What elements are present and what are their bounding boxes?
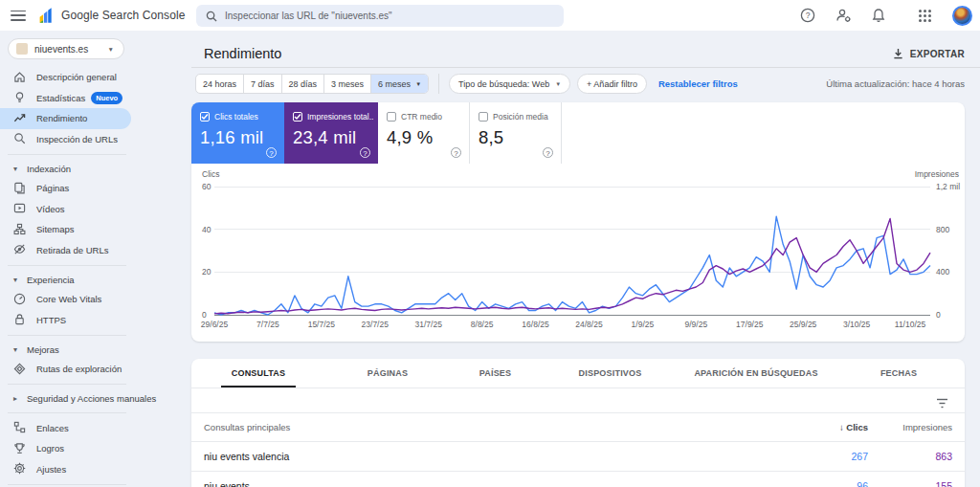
search-icon xyxy=(206,11,217,22)
query-cell[interactable]: niu events xyxy=(204,480,791,487)
help-icon[interactable]: ? xyxy=(800,8,815,23)
sidebar-item-rendimiento[interactable]: Rendimiento xyxy=(0,108,131,129)
main-content: Rendimiento EXPORTAR 24 horas7 días28 dí… xyxy=(191,31,980,487)
sidebar-item-retirada-de-urls[interactable]: Retirada de URLs xyxy=(0,240,131,261)
checkbox-checked-icon[interactable] xyxy=(200,112,210,122)
table-row[interactable]: niu events valencia267863 xyxy=(191,442,965,472)
tab-p-ginas[interactable]: PÁGINAS xyxy=(325,359,450,387)
col-queries[interactable]: Consultas principales xyxy=(204,422,791,432)
caret-down-icon: ▾ xyxy=(13,165,23,173)
range-chip-28-d-as[interactable]: 28 días xyxy=(282,75,325,93)
sidebar-item-ajustes[interactable]: Ajustes xyxy=(0,459,131,480)
sidebar-section-mejoras[interactable]: ▾Mejoras xyxy=(0,340,191,359)
col-impressions[interactable]: Impresiones xyxy=(868,422,952,432)
eye-off-icon xyxy=(13,243,27,256)
sidebar-item-logros[interactable]: Logros xyxy=(0,438,131,459)
links-icon xyxy=(13,421,27,434)
export-button[interactable]: EXPORTAR xyxy=(893,48,965,59)
range-chip-24-horas[interactable]: 24 horas xyxy=(196,75,244,93)
performance-panel: Clics totales1,16 mil?Impresiones total.… xyxy=(191,102,965,342)
bulb-icon xyxy=(13,91,27,104)
add-filter-button[interactable]: + Añadir filtro xyxy=(577,74,647,94)
svg-text:15/7/25: 15/7/25 xyxy=(308,320,336,329)
sidebar-item-v-deos[interactable]: Vídeos xyxy=(0,199,131,220)
sidebar-item-https[interactable]: HTTPS xyxy=(0,310,131,331)
home-icon xyxy=(13,71,27,84)
svg-text:9/9/25: 9/9/25 xyxy=(685,320,708,329)
caret-down-icon: ▾ xyxy=(13,276,23,284)
metric-card-posici-n-media[interactable]: Posición media8,5? xyxy=(470,102,562,164)
col-clicks[interactable]: ↓ Clics xyxy=(791,422,868,432)
property-favicon xyxy=(16,43,28,55)
gauge-icon xyxy=(13,293,27,306)
notifications-icon[interactable] xyxy=(872,8,885,23)
page-title: Rendimiento xyxy=(204,46,281,61)
impressions-cell: 155 xyxy=(868,480,952,487)
sidebar-item-p-ginas[interactable]: Páginas xyxy=(0,178,131,199)
tab-fechas[interactable]: FECHAS xyxy=(833,359,965,387)
range-chip-7-d-as[interactable]: 7 días xyxy=(244,75,282,93)
sitemap-icon xyxy=(13,223,27,236)
menu-icon[interactable] xyxy=(11,11,26,21)
table-row[interactable]: niu events96155 xyxy=(191,472,965,487)
sidebar-item-inspecci-n-de-urls[interactable]: Inspección de URLs xyxy=(0,129,131,150)
help-circle-icon[interactable]: ? xyxy=(266,147,277,158)
tab-consultas[interactable]: CONSULTAS xyxy=(191,359,325,387)
caret-right-icon: ▸ xyxy=(13,394,23,403)
query-cell[interactable]: niu events valencia xyxy=(204,451,791,462)
checkbox-unchecked-icon[interactable] xyxy=(479,112,488,122)
download-icon xyxy=(893,48,903,59)
checkbox-unchecked-icon[interactable] xyxy=(387,112,396,122)
help-circle-icon[interactable]: ? xyxy=(451,147,461,158)
sidebar-section-experiencia[interactable]: ▾Experiencia xyxy=(0,270,191,289)
sidebar-item-estad-sticas[interactable]: EstadísticasNuevo xyxy=(0,88,131,109)
sidebar-divider xyxy=(8,384,126,385)
help-circle-icon[interactable]: ? xyxy=(360,147,370,158)
trophy-icon xyxy=(13,442,27,455)
sidebar-divider xyxy=(8,412,126,413)
gear-icon xyxy=(13,462,27,476)
range-chip-3-meses[interactable]: 3 meses xyxy=(324,75,371,93)
tab-dispositivos[interactable]: DISPOSITIVOS xyxy=(541,359,679,387)
checkbox-checked-icon[interactable] xyxy=(293,112,302,122)
apps-grid-icon[interactable] xyxy=(919,9,932,22)
property-selector[interactable]: niuevents.es ▼ xyxy=(8,38,124,59)
range-chip-6-meses[interactable]: 6 meses▼ xyxy=(371,75,428,93)
url-inspect-search[interactable]: Inspeccionar las URL de "niuevents.es" xyxy=(196,5,564,27)
svg-text:?: ? xyxy=(806,11,811,20)
tab-aparici-n-en-b-squedas[interactable]: APARICIÓN EN BÚSQUEDAS xyxy=(679,359,833,387)
last-update-text: Última actualización: hace 4 horas xyxy=(826,78,965,89)
chevron-down-icon: ▼ xyxy=(415,81,421,87)
sidebar-section-indexaci-n[interactable]: ▾Indexación xyxy=(0,159,191,178)
sidebar-item-rutas-de-exploraci-n[interactable]: Rutas de exploración xyxy=(0,359,131,380)
metric-card-ctr-medio[interactable]: CTR medio4,9 %? xyxy=(378,102,470,164)
sidebar-divider xyxy=(8,335,126,336)
date-range-group: 24 horas7 días28 días3 meses6 meses▼ xyxy=(195,74,429,94)
sidebar: niuevents.es ▼ Descripción generalEstadí… xyxy=(0,31,191,487)
performance-chart[interactable]: 002040040800601,2 milClicsImpresiones29/… xyxy=(191,164,965,342)
app-title: Google Search Console xyxy=(61,9,186,22)
search-type-filter[interactable]: Tipo de búsqueda: Web▼ xyxy=(449,74,570,94)
sidebar-item-enlaces[interactable]: Enlaces xyxy=(0,418,131,439)
sidebar-item-descripci-n-general[interactable]: Descripción general xyxy=(0,67,131,88)
help-circle-icon[interactable]: ? xyxy=(543,147,553,158)
sidebar-item-core-web-vitals[interactable]: Core Web Vitals xyxy=(0,289,131,310)
impressions-cell: 863 xyxy=(868,451,952,462)
reset-filters-link[interactable]: Restablecer filtros xyxy=(658,78,738,89)
svg-text:0: 0 xyxy=(936,310,941,320)
metric-card-clics-totales[interactable]: Clics totales1,16 mil? xyxy=(191,102,284,164)
svg-text:16/8/25: 16/8/25 xyxy=(522,320,549,329)
svg-text:29/6/25: 29/6/25 xyxy=(201,320,229,329)
manage-accounts-icon[interactable] xyxy=(835,8,852,23)
new-badge: Nuevo xyxy=(91,92,122,104)
svg-text:60: 60 xyxy=(202,182,212,191)
svg-text:31/7/25: 31/7/25 xyxy=(415,320,443,329)
sidebar-item-sitemaps[interactable]: Sitemaps xyxy=(0,219,131,240)
avatar[interactable] xyxy=(952,6,972,26)
sidebar-section-seguridad-y-acciones-manuales[interactable]: ▸Seguridad y Acciones manuales xyxy=(0,389,191,409)
tab-pa-ses[interactable]: PAÍSES xyxy=(450,359,541,387)
chevron-down-icon: ▼ xyxy=(108,46,114,53)
svg-text:1,2 mil: 1,2 mil xyxy=(936,182,960,191)
metric-card-impresiones-total-[interactable]: Impresiones total..23,4 mil? xyxy=(284,102,378,164)
table-filter-icon[interactable] xyxy=(936,395,948,412)
